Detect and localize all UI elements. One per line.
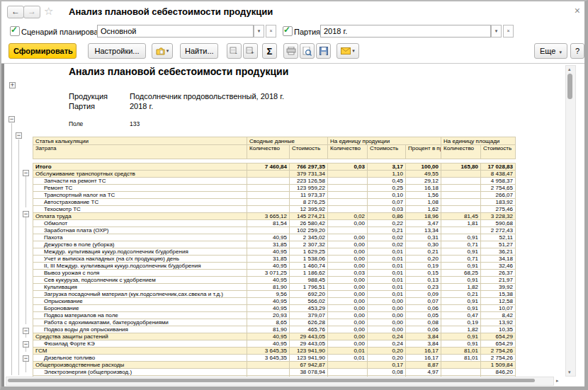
cell-value[interactable]: 1,62 [406, 206, 441, 213]
cell-value[interactable]: 3,84 [406, 340, 441, 348]
cell-article[interactable]: Пахота [33, 234, 247, 241]
cell-value[interactable]: 275,46 [481, 206, 516, 213]
cell-value[interactable]: 29 443,05 [290, 340, 328, 348]
col-group-per-unit[interactable]: На единицу продукции [328, 137, 441, 145]
cell-value[interactable]: 0,25 [368, 185, 406, 192]
cell-value[interactable]: 0,09 [406, 291, 441, 298]
col-header-article[interactable]: Статья калькуляции [33, 137, 247, 145]
cell-value[interactable]: 145 274,21 [290, 213, 328, 220]
cell-value[interactable]: 0,91 [441, 333, 481, 340]
collapse-group-button[interactable]: − [23, 355, 29, 362]
cell-value[interactable]: 0,07 [406, 298, 441, 305]
cell-value[interactable]: 17 028,83 [481, 164, 516, 171]
cell-value[interactable]: 0,71 [441, 256, 481, 263]
cell-article[interactable]: Обслуживание транспортных средств [33, 171, 247, 178]
cell-value[interactable]: 0,00 [328, 256, 368, 263]
cell-value[interactable]: 1 796,51 [290, 284, 328, 291]
cell-value[interactable]: 0,91 [441, 248, 481, 256]
cell-value[interactable]: 1,10 [368, 171, 406, 178]
cell-value[interactable]: 3 071,25 [247, 270, 290, 277]
cell-value[interactable]: 0,21 [368, 227, 406, 234]
cell-value[interactable] [441, 178, 481, 185]
back-button[interactable]: ← [7, 6, 24, 18]
cell-article[interactable]: Культивация [33, 284, 247, 291]
cell-article[interactable]: Фюзилад Форте КЭ [33, 340, 247, 348]
cell-value[interactable]: 3 228,32 [481, 213, 516, 220]
cell-article[interactable]: Запчасти на ремонт ТС [33, 178, 247, 185]
cell-value[interactable]: 2 307,32 [290, 241, 328, 248]
col-header-cost[interactable]: Стоимость [481, 145, 516, 159]
cell-article[interactable]: Электроэнергия (общепроизвод.) [33, 369, 247, 376]
col-header-expense[interactable]: Затрата [33, 145, 247, 159]
cell-value[interactable]: 2 754,65 [481, 185, 516, 192]
cell-value[interactable]: 34,18 [481, 256, 516, 263]
more-button[interactable]: Еще ▾ [534, 43, 567, 59]
cell-value[interactable]: 1 629,25 [290, 248, 328, 256]
collapse-group-button[interactable]: − [23, 328, 29, 334]
cell-value[interactable]: 0,20 [406, 256, 441, 263]
cell-value[interactable]: 0,20 [368, 348, 406, 355]
cell-value[interactable]: 51,27 [481, 241, 516, 248]
cell-article[interactable]: Техосмотр ТС [33, 206, 247, 213]
collapse-group-button[interactable]: − [23, 170, 29, 176]
cell-value[interactable]: 2 272,43 [481, 227, 516, 234]
cell-value[interactable]: 0,91 [441, 234, 481, 241]
cell-value[interactable]: 13,34 [406, 227, 441, 234]
cell-value[interactable]: 68,25 [441, 270, 481, 277]
cell-value[interactable]: 0,00 [368, 319, 406, 326]
cell-value[interactable]: 0,00 [328, 326, 368, 333]
scroll-up-icon[interactable]: ▴ [568, 67, 571, 72]
cell-value[interactable]: 0,15 [406, 270, 441, 277]
cell-value[interactable]: 0,00 [328, 291, 368, 298]
cell-value[interactable]: 0,02 [328, 213, 368, 220]
cell-value[interactable]: 8,65 [247, 319, 290, 326]
collapse-group-button[interactable]: − [9, 116, 15, 122]
cell-value[interactable] [247, 227, 290, 234]
vertical-scrollbar[interactable]: ▴ ▾ [565, 65, 576, 377]
cell-value[interactable]: 0,91 [441, 340, 481, 348]
cell-value[interactable]: 0,01 [368, 291, 406, 298]
cell-value[interactable]: 40,95 [247, 333, 290, 340]
cell-value[interactable]: 0,24 [368, 340, 406, 348]
cell-value[interactable]: 10,07 [481, 305, 516, 312]
cell-value[interactable]: 590,68 [481, 220, 516, 227]
expand-groups-button[interactable]: + [243, 43, 258, 59]
cell-value[interactable]: 7 460,84 [247, 164, 290, 171]
cell-value[interactable]: 1 538,06 [290, 256, 328, 263]
cell-value[interactable]: 8,87 [406, 362, 441, 369]
cell-value[interactable]: 0,08 [368, 369, 406, 376]
col-header-cost[interactable]: Стоимость [290, 145, 328, 159]
cell-value[interactable]: 0,20 [368, 355, 406, 362]
cell-value[interactable]: 1 186,62 [290, 270, 328, 277]
cell-value[interactable]: 0,17 [368, 362, 406, 369]
cell-value[interactable]: 0,01 [368, 256, 406, 263]
cell-value[interactable]: 453,29 [290, 305, 328, 312]
cell-value[interactable]: 0,01 [368, 284, 406, 291]
cell-value[interactable]: 0,47 [441, 312, 481, 319]
cell-value[interactable]: 39,92 [481, 284, 516, 291]
cell-value[interactable]: 81,45 [441, 213, 481, 220]
cell-value[interactable]: 16,17 [406, 348, 441, 355]
cell-value[interactable]: 0,06 [406, 305, 441, 312]
cell-value[interactable]: 123 959,22 [290, 185, 328, 192]
settings-button[interactable]: Настройки... [88, 43, 146, 59]
cell-value[interactable]: 81,90 [247, 284, 290, 291]
cell-value[interactable]: 0,02 [368, 234, 406, 241]
cell-value[interactable]: 12,58 [481, 298, 516, 305]
cell-value[interactable]: 0,31 [406, 234, 441, 241]
cell-value[interactable]: 566,02 [290, 298, 328, 305]
cell-value[interactable]: 8 276,25 [290, 199, 328, 206]
cell-value[interactable] [441, 185, 481, 192]
cell-value[interactable]: 26 580,42 [290, 220, 328, 227]
cell-value[interactable] [441, 362, 481, 369]
cell-value[interactable]: 654,29 [481, 340, 516, 348]
cell-value[interactable] [328, 192, 368, 199]
cell-value[interactable]: 1,81 [441, 220, 481, 227]
cell-value[interactable]: 0,00 [328, 277, 368, 284]
help-button[interactable]: ? [570, 43, 584, 59]
cell-value[interactable]: 40,95 [247, 277, 290, 284]
cell-value[interactable]: 0,00 [328, 305, 368, 312]
cell-value[interactable]: 0,91 [441, 298, 481, 305]
cell-value[interactable]: 67 942,87 [290, 362, 328, 369]
cell-value[interactable]: 846,20 [481, 369, 516, 376]
